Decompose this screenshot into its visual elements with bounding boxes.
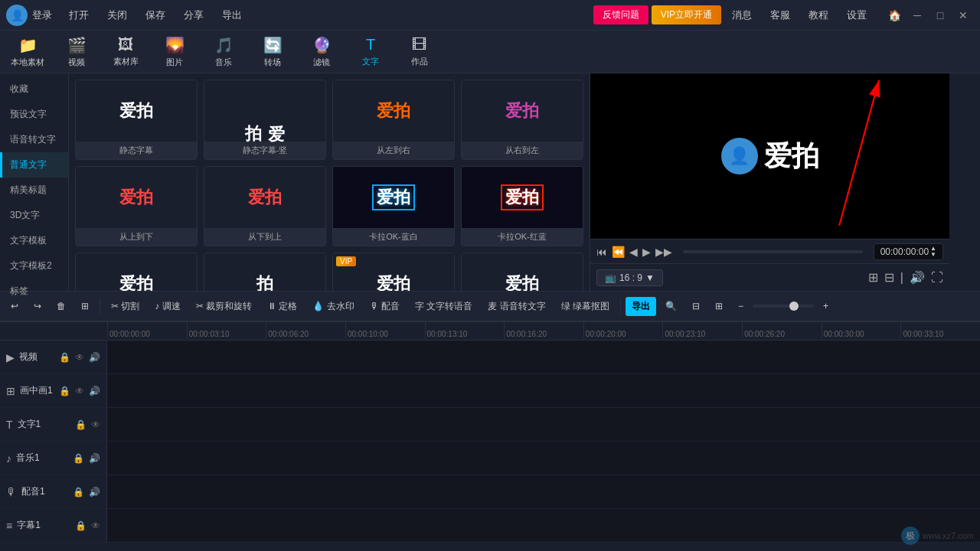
music-lock[interactable]: 🔒 (73, 453, 84, 464)
vip-button[interactable]: VIP立即开通 (652, 5, 721, 24)
text-card-karaoke-red[interactable]: 爱拍 卡拉OK-红蓝 (461, 166, 583, 246)
freeze-button[interactable]: ⏸ 定格 (261, 297, 303, 316)
time-stepper[interactable]: ▲▼ (930, 246, 936, 258)
pip-icon[interactable]: ⊟ (884, 270, 894, 285)
undo-button[interactable]: ↩ (5, 298, 24, 315)
next-button[interactable]: ▶▶ (655, 246, 672, 258)
ruler-mark-1: 00:00:03:10 (187, 322, 266, 338)
home-button[interactable]: 🏠 (884, 5, 905, 26)
tool-assets[interactable]: 🖼 素材库 (101, 32, 150, 72)
message-button[interactable]: 消息 (724, 5, 760, 25)
delete-button[interactable]: 🗑 (51, 298, 72, 315)
text-track-controls: 🔒 👁 (75, 419, 100, 430)
sidebar-item-3d[interactable]: 3D文字 (0, 203, 68, 228)
ruler-mark-10: 00:00:33:10 (900, 322, 980, 338)
feedback-button[interactable]: 反馈问题 (593, 5, 648, 24)
text-card-ttb[interactable]: 爱拍 从上到下 (75, 166, 198, 246)
video-vol[interactable]: 🔊 (89, 352, 100, 363)
menu-close[interactable]: 关闭 (100, 5, 135, 25)
dub-vol[interactable]: 🔊 (89, 487, 100, 497)
tool-transition[interactable]: 🔄 转场 (248, 32, 297, 72)
tool-works[interactable]: 🎞 作品 (395, 32, 444, 72)
fullscreen-icon[interactable]: ⛶ (931, 271, 943, 285)
pip-vol[interactable]: 🔊 (89, 386, 100, 396)
sidebar-item-template2[interactable]: 文字模板2 (0, 253, 68, 279)
ratio-button[interactable]: 📺 16 : 9 ▼ (596, 269, 663, 286)
pip-eye[interactable]: 👁 (75, 386, 84, 396)
snap-button[interactable]: ⊞ (75, 298, 95, 315)
prev-frame-button[interactable]: ⏪ (612, 246, 625, 258)
zoom-in-button[interactable]: + (817, 298, 835, 315)
video-lock[interactable]: 🔒 (59, 352, 70, 363)
text-card-scroll-down[interactable]: 爱拍 向滚动下 (461, 253, 583, 291)
speech2text-button[interactable]: 麦 语音转文字 (482, 297, 551, 316)
text-eye[interactable]: 👁 (91, 419, 100, 430)
subtitle-lock[interactable]: 🔒 (75, 520, 87, 531)
sidebar-item-normal[interactable]: 普通文字 (0, 152, 68, 178)
dub-lock[interactable]: 🔒 (73, 487, 84, 497)
text-card-scroll-right[interactable]: 拍 向滚动右 (204, 253, 326, 291)
sidebar-item-preset[interactable]: 预设文字 (0, 102, 68, 127)
text-card-scroll-left[interactable]: 爱拍 向滚动左 (75, 253, 198, 291)
export-button[interactable]: 导出 (626, 297, 656, 316)
tool-local[interactable]: 📁 本地素材 (3, 32, 52, 72)
tool-image[interactable]: 🌄 图片 (150, 32, 199, 72)
text-card-ltr[interactable]: 爱拍 从左到右 (332, 80, 455, 160)
video-track-icon: ▶ (6, 351, 15, 364)
crop-button[interactable]: ⊞ (709, 298, 729, 315)
login-button[interactable]: 登录 (32, 8, 52, 22)
menu-export[interactable]: 导出 (214, 5, 250, 25)
tutorial-button[interactable]: 教程 (801, 5, 836, 25)
music-vol[interactable]: 🔊 (89, 453, 100, 464)
tool-music[interactable]: 🎵 音乐 (199, 32, 248, 72)
minimize-button[interactable]: ─ (906, 5, 928, 26)
track-dub-header: 🎙 配音1 🔒 🔊 (0, 475, 107, 508)
ruler-mark-7: 00:00:23:10 (662, 322, 742, 338)
pip-lock[interactable]: 🔒 (59, 386, 70, 396)
text2speech-button[interactable]: 字 文字转语音 (409, 297, 479, 316)
video-eye[interactable]: 👁 (75, 352, 84, 363)
menu-open[interactable]: 打开 (61, 5, 96, 25)
text-card-static[interactable]: 爱拍 静态字幕 (75, 80, 198, 160)
text-card-btt[interactable]: 爱拍 从下到上 (204, 166, 326, 246)
settings-button[interactable]: 设置 (839, 5, 874, 25)
sidebar-item-template1[interactable]: 文字模板 (0, 228, 68, 253)
prev-button[interactable]: ◀ (629, 246, 638, 258)
play-start-button[interactable]: ⏮ (596, 246, 607, 258)
text-card-karaoke-blue[interactable]: 爱拍 卡拉OK-蓝白 (332, 166, 455, 246)
text-card-scroll-up[interactable]: VIP 爱拍 向滚动上 (332, 253, 455, 291)
maximize-button[interactable]: □ (929, 5, 951, 26)
text-card-rtl[interactable]: 爱拍 从右到左 (461, 80, 583, 160)
trim-button[interactable]: ✂ 裁剪和旋转 (190, 297, 258, 316)
subtitle-eye[interactable]: 👁 (91, 520, 100, 531)
close-button[interactable]: ✕ (952, 5, 974, 26)
cut-button[interactable]: ✂ 切割 (105, 297, 145, 316)
tool-video[interactable]: 🎬 视频 (52, 32, 101, 72)
volume-icon[interactable]: 🔊 (910, 270, 925, 285)
text-lock[interactable]: 🔒 (75, 419, 87, 430)
zoom-slider[interactable] (753, 305, 814, 308)
split-view-button[interactable]: ⊟ (686, 298, 706, 315)
progress-bar[interactable] (683, 250, 863, 253)
play-button[interactable]: ▶ (642, 246, 651, 258)
dub-button[interactable]: 🎙 配音 (364, 297, 406, 316)
sidebar-item-title[interactable]: 精美标题 (0, 178, 68, 203)
menu-save[interactable]: 保存 (138, 5, 173, 25)
redo-button[interactable]: ↪ (28, 298, 47, 315)
watermark-button[interactable]: 💧 去水印 (306, 297, 360, 316)
text-card-static-vert[interactable]: 爱拍 静态字幕-竖 (204, 80, 326, 160)
sidebar-item-favorites[interactable]: 收藏 (0, 77, 68, 102)
sidebar-item-speech2text[interactable]: 语音转文字 (0, 127, 68, 152)
card-label-6: 从下到上 (204, 228, 325, 246)
greenscreen-button[interactable]: 绿 绿幕抠图 (555, 297, 616, 316)
music-track-name: 音乐1 (16, 452, 40, 465)
timeline-ruler: 00:00:00:00 00:00:03:10 00:00:06:20 00:0… (0, 322, 980, 341)
menu-share[interactable]: 分享 (176, 5, 211, 25)
customer-button[interactable]: 客服 (763, 5, 798, 25)
search-button[interactable]: 🔍 (659, 298, 683, 315)
tool-text[interactable]: T 文字 (346, 32, 395, 72)
adjust-speed-button[interactable]: ♪ 调速 (149, 297, 186, 316)
zoom-out-button[interactable]: − (732, 298, 750, 315)
fullscreen-left-icon[interactable]: ⊞ (868, 270, 878, 285)
tool-filter[interactable]: 🔮 滤镜 (297, 32, 346, 72)
